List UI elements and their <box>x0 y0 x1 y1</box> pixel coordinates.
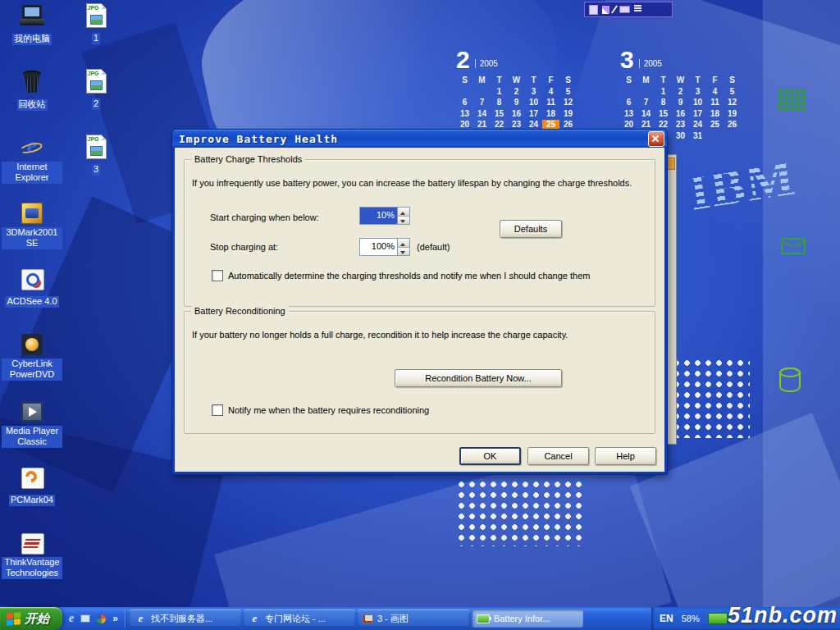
stop-charging-label: Stop charging at: <box>210 242 278 252</box>
3dmark2001-se-icon <box>18 202 46 225</box>
keyboard-icon[interactable] <box>619 6 630 13</box>
calendar-day-header: F <box>706 75 724 87</box>
calendar-day: 18 <box>706 109 724 121</box>
close-button[interactable] <box>648 131 664 147</box>
defaults-button[interactable]: Defaults <box>500 220 562 238</box>
spinner-buttons <box>397 239 409 255</box>
spinner-buttons <box>397 208 409 224</box>
calendar-day: 24 <box>689 120 706 131</box>
help-button[interactable]: Help <box>595 447 656 465</box>
calendar-day: 5 <box>724 87 741 98</box>
taskbar-button[interactable]: 找不到服务器... <box>130 609 241 628</box>
notify-recondition-checkbox-row[interactable]: Notify me when the battery requires reco… <box>212 404 429 416</box>
dialog-titlebar[interactable]: Improve Battery Health <box>172 130 667 148</box>
desktop-icon-thinkvantage[interactable]: ThinkVantage Technologies <box>2 532 62 579</box>
quick-launch-bar <box>62 609 126 628</box>
calendar-march: 3 2005 SMTWTFS 1234567891011121314151617… <box>620 46 743 142</box>
calendar-day-header: S <box>724 75 741 87</box>
taskbar-button[interactable]: 专门网论坛 - ... <box>244 609 355 628</box>
recondition-battery-button[interactable]: Recondition Battery Now... <box>395 369 562 387</box>
checkbox-unchecked[interactable] <box>212 270 223 281</box>
battery-icon[interactable] <box>708 613 728 624</box>
internet-explorer-icon <box>18 136 46 159</box>
start-charging-label: Start charging when below: <box>210 212 319 222</box>
calendar-day: 9 <box>508 98 525 109</box>
calendar-day: 12 <box>559 98 577 109</box>
stop-charge-value[interactable]: 100% <box>360 239 397 255</box>
start-button[interactable]: 开始 <box>0 607 62 630</box>
internet-explorer-icon[interactable] <box>69 612 74 625</box>
desktop-icon-recycle-bin[interactable]: 回收站 <box>2 71 62 111</box>
desktop-icon-internet-explorer[interactable]: Internet Explorer <box>2 136 62 184</box>
stop-charge-spinner[interactable]: 100% <box>359 238 410 256</box>
desktop[interactable]: IBM 我的电脑回收站Internet Explorer3DMark2001 S… <box>0 0 840 630</box>
calendar-day-header: T <box>491 75 508 87</box>
calendar-day: 19 <box>559 109 577 121</box>
calendar-month-header: 2 2005 <box>456 46 579 71</box>
calendar-day: 9 <box>672 98 689 109</box>
checkbox-unchecked[interactable] <box>212 404 223 416</box>
grid-icon <box>778 89 807 112</box>
cancel-button[interactable]: Cancel <box>527 447 589 465</box>
calendar-day: 30 <box>672 131 689 143</box>
calendar-day: 31 <box>689 131 706 143</box>
desktop-toolbar[interactable] <box>584 2 673 17</box>
desktop-icon-my-computer[interactable]: 我的电脑 <box>2 5 62 45</box>
calendar-day: 19 <box>724 109 741 121</box>
desktop-file-2[interactable]: JPG2 <box>66 69 126 110</box>
spin-down-icon[interactable] <box>398 248 409 256</box>
calendar-day: 15 <box>655 109 672 121</box>
desktop-file-3[interactable]: JPG3 <box>66 135 126 176</box>
windows-logo-icon <box>7 612 21 626</box>
taskbar-button-label: 找不到服务器... <box>151 613 212 625</box>
start-button-label: 开始 <box>25 611 49 627</box>
battery-reconditioning-group: Battery Reconditioning If your battery n… <box>184 311 655 434</box>
calendar-day: 26 <box>724 120 741 131</box>
desktop-file-1[interactable]: JPG1 <box>66 3 126 44</box>
jpg-thumbnail <box>90 15 103 25</box>
spin-up-icon[interactable] <box>398 239 409 248</box>
spin-up-icon[interactable] <box>398 208 409 217</box>
calendar-day: 7 <box>637 98 655 109</box>
dots-pattern <box>456 479 585 546</box>
start-charge-value[interactable]: 10% <box>360 208 397 224</box>
chevron-icon[interactable] <box>112 613 118 624</box>
group-title: Battery Charge Thresholds <box>191 154 305 164</box>
desktop-icon-media-player-classic[interactable]: Media Player Classic <box>2 400 62 448</box>
desktop-icon-3dmark2001-se[interactable]: 3DMark2001 SE <box>2 202 62 249</box>
jpg-badge: JPG <box>88 136 99 142</box>
desktop-file-label: 2 <box>92 98 100 110</box>
calendar-day: 8 <box>655 98 672 109</box>
calendar-day: 11 <box>706 98 724 109</box>
calendar-day: 2 <box>672 87 689 98</box>
pen-icon[interactable] <box>611 5 618 13</box>
desktop-file-label: 3 <box>92 164 100 176</box>
handwriting-icon[interactable] <box>602 6 609 14</box>
background-window-button[interactable] <box>666 158 675 170</box>
media-player-icon[interactable] <box>97 614 106 623</box>
acdsee-icon <box>18 267 46 290</box>
desktop-icon-powerdvd[interactable]: CyberLink PowerDVD <box>2 333 62 381</box>
taskbar-button[interactable]: 3 - 画图 <box>358 609 469 628</box>
mail-icon <box>781 238 806 254</box>
auto-threshold-checkbox-row[interactable]: Automatically determine the charging thr… <box>212 270 590 281</box>
options-icon[interactable] <box>634 7 641 9</box>
calendar-day: 23 <box>672 120 689 131</box>
input-panel-icon[interactable] <box>589 5 598 15</box>
calendar-day: 12 <box>724 98 741 109</box>
desktop-icon-pcmark04[interactable]: PCMark04 <box>2 466 62 506</box>
calendar-day: 25 <box>706 120 724 131</box>
spin-down-icon[interactable] <box>398 217 409 225</box>
calendar-day: 13 <box>620 109 637 121</box>
calendar-day: 6 <box>456 98 473 109</box>
ok-button[interactable]: OK <box>459 447 521 465</box>
taskbar-button[interactable]: Battery Infor... <box>472 609 583 628</box>
show-desktop-icon[interactable] <box>80 614 90 623</box>
calendar-day-header: W <box>508 75 525 87</box>
desktop-icon-acdsee[interactable]: ACDSee 4.0 <box>2 267 62 308</box>
default-suffix: (default) <box>417 242 450 252</box>
database-icon <box>779 368 801 392</box>
calendar-day: 2 <box>508 87 525 98</box>
language-indicator[interactable]: EN <box>660 613 673 624</box>
start-charge-spinner[interactable]: 10% <box>359 207 410 225</box>
